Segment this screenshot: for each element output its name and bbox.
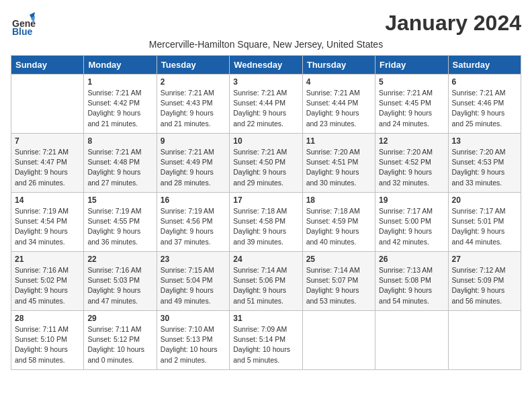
- sunset-text: Sunset: 5:13 PM: [161, 335, 213, 343]
- day-cell: 15Sunrise: 7:19 AMSunset: 4:55 PMDayligh…: [84, 193, 157, 252]
- svg-text:Blue: Blue: [12, 26, 33, 36]
- day-cell: 24Sunrise: 7:14 AMSunset: 5:06 PMDayligh…: [230, 252, 302, 311]
- weekday-header-monday: Monday: [84, 56, 157, 75]
- day-number: 26: [379, 255, 444, 264]
- sunrise-text: Sunrise: 7:21 AM: [233, 148, 287, 156]
- day-info: Sunrise: 7:21 AMSunset: 4:48 PMDaylight:…: [87, 147, 152, 188]
- day-number: 9: [161, 136, 226, 146]
- day-info: Sunrise: 7:21 AMSunset: 4:42 PMDaylight:…: [87, 88, 152, 129]
- daylight-text: Daylight: 9 hours and 26 minutes.: [15, 168, 68, 186]
- day-info: Sunrise: 7:20 AMSunset: 4:53 PMDaylight:…: [452, 147, 517, 188]
- day-info: Sunrise: 7:21 AMSunset: 4:44 PMDaylight:…: [306, 88, 371, 129]
- sunrise-text: Sunrise: 7:21 AM: [87, 89, 141, 97]
- sunrise-text: Sunrise: 7:09 AM: [233, 325, 287, 333]
- day-number: 3: [233, 77, 298, 87]
- day-number: 19: [379, 195, 444, 205]
- day-cell: 2Sunrise: 7:21 AMSunset: 4:43 PMDaylight…: [157, 75, 229, 134]
- day-number: 1: [87, 77, 152, 87]
- sunset-text: Sunset: 4:49 PM: [161, 158, 213, 166]
- daylight-text: Daylight: 9 hours and 51 minutes.: [233, 286, 286, 304]
- day-number: 21: [15, 255, 80, 264]
- sunset-text: Sunset: 4:42 PM: [87, 99, 140, 107]
- weekday-header-wednesday: Wednesday: [230, 56, 302, 75]
- day-number: 27: [452, 255, 517, 264]
- day-cell: 21Sunrise: 7:16 AMSunset: 5:02 PMDayligh…: [11, 252, 84, 311]
- day-info: Sunrise: 7:16 AMSunset: 5:02 PMDaylight:…: [15, 265, 80, 306]
- sunrise-text: Sunrise: 7:17 AM: [379, 207, 433, 215]
- day-info: Sunrise: 7:10 AMSunset: 5:13 PMDaylight:…: [161, 324, 226, 365]
- day-number: 29: [87, 314, 152, 323]
- daylight-text: Daylight: 9 hours and 34 minutes.: [15, 227, 68, 245]
- day-number: 28: [15, 314, 80, 323]
- day-cell: 10Sunrise: 7:21 AMSunset: 4:50 PMDayligh…: [230, 134, 302, 193]
- daylight-text: Daylight: 10 hours and 5 minutes.: [233, 345, 290, 363]
- sunset-text: Sunset: 4:46 PM: [452, 99, 504, 107]
- sunset-text: Sunset: 5:08 PM: [379, 276, 431, 284]
- day-number: 5: [379, 77, 444, 87]
- month-title: January 2024: [385, 11, 521, 36]
- day-cell: 5Sunrise: 7:21 AMSunset: 4:45 PMDaylight…: [375, 75, 448, 134]
- daylight-text: Daylight: 9 hours and 28 minutes.: [161, 168, 214, 186]
- sunset-text: Sunset: 4:44 PM: [306, 99, 359, 107]
- sunrise-text: Sunrise: 7:12 AM: [452, 266, 506, 274]
- day-cell: 16Sunrise: 7:19 AMSunset: 4:56 PMDayligh…: [157, 193, 229, 252]
- daylight-text: Daylight: 9 hours and 22 minutes.: [233, 109, 286, 127]
- sunrise-text: Sunrise: 7:11 AM: [87, 325, 141, 333]
- sunrise-text: Sunrise: 7:21 AM: [379, 89, 433, 97]
- day-number: 2: [161, 77, 226, 87]
- logo-icon: General Blue: [11, 11, 36, 36]
- day-cell: 3Sunrise: 7:21 AMSunset: 4:44 PMDaylight…: [230, 75, 302, 134]
- day-cell: 27Sunrise: 7:12 AMSunset: 5:09 PMDayligh…: [448, 252, 521, 311]
- daylight-text: Daylight: 9 hours and 29 minutes.: [233, 168, 286, 186]
- day-cell: 13Sunrise: 7:20 AMSunset: 4:53 PMDayligh…: [448, 134, 521, 193]
- sunset-text: Sunset: 4:48 PM: [87, 158, 140, 166]
- sunrise-text: Sunrise: 7:20 AM: [306, 148, 360, 156]
- day-cell: 28Sunrise: 7:11 AMSunset: 5:10 PMDayligh…: [11, 311, 84, 370]
- day-info: Sunrise: 7:21 AMSunset: 4:50 PMDaylight:…: [233, 147, 298, 188]
- daylight-text: Daylight: 9 hours and 42 minutes.: [379, 227, 432, 245]
- day-info: Sunrise: 7:20 AMSunset: 4:51 PMDaylight:…: [306, 147, 371, 188]
- day-cell: 1Sunrise: 7:21 AMSunset: 4:42 PMDaylight…: [84, 75, 157, 134]
- daylight-text: Daylight: 9 hours and 58 minutes.: [15, 345, 68, 363]
- day-number: 31: [233, 314, 298, 323]
- day-number: 30: [161, 314, 226, 323]
- daylight-text: Daylight: 9 hours and 45 minutes.: [15, 286, 68, 304]
- sunset-text: Sunset: 5:02 PM: [15, 276, 67, 284]
- sunset-text: Sunset: 5:01 PM: [452, 217, 504, 225]
- day-info: Sunrise: 7:18 AMSunset: 4:58 PMDaylight:…: [233, 206, 298, 247]
- daylight-text: Daylight: 9 hours and 53 minutes.: [306, 286, 359, 304]
- sunset-text: Sunset: 4:58 PM: [233, 217, 285, 225]
- day-number: 4: [306, 77, 371, 87]
- sunrise-text: Sunrise: 7:16 AM: [87, 266, 141, 274]
- day-info: Sunrise: 7:16 AMSunset: 5:03 PMDaylight:…: [87, 265, 152, 306]
- day-number: 15: [87, 195, 152, 205]
- daylight-text: Daylight: 9 hours and 30 minutes.: [306, 168, 359, 186]
- day-number: 18: [306, 195, 371, 205]
- sunrise-text: Sunrise: 7:19 AM: [161, 207, 214, 215]
- day-cell: [375, 311, 448, 370]
- day-cell: 25Sunrise: 7:14 AMSunset: 5:07 PMDayligh…: [302, 252, 375, 311]
- sunrise-text: Sunrise: 7:21 AM: [15, 148, 69, 156]
- logo: General Blue: [11, 11, 36, 36]
- sunrise-text: Sunrise: 7:21 AM: [233, 89, 287, 97]
- day-info: Sunrise: 7:11 AMSunset: 5:12 PMDaylight:…: [87, 324, 152, 365]
- sunrise-text: Sunrise: 7:19 AM: [15, 207, 69, 215]
- page-header: General Blue January 2024: [11, 11, 521, 36]
- day-number: 25: [306, 255, 371, 264]
- sunrise-text: Sunrise: 7:13 AM: [379, 266, 433, 274]
- day-cell: 23Sunrise: 7:15 AMSunset: 5:04 PMDayligh…: [157, 252, 229, 311]
- sunset-text: Sunset: 4:51 PM: [306, 158, 359, 166]
- day-cell: 26Sunrise: 7:13 AMSunset: 5:08 PMDayligh…: [375, 252, 448, 311]
- sunset-text: Sunset: 4:53 PM: [452, 158, 504, 166]
- day-cell: 4Sunrise: 7:21 AMSunset: 4:44 PMDaylight…: [302, 75, 375, 134]
- day-info: Sunrise: 7:20 AMSunset: 4:52 PMDaylight:…: [379, 147, 444, 188]
- day-cell: 31Sunrise: 7:09 AMSunset: 5:14 PMDayligh…: [230, 311, 302, 370]
- day-info: Sunrise: 7:21 AMSunset: 4:44 PMDaylight:…: [233, 88, 298, 129]
- daylight-text: Daylight: 10 hours and 2 minutes.: [161, 345, 218, 363]
- sunrise-text: Sunrise: 7:21 AM: [161, 89, 214, 97]
- day-info: Sunrise: 7:17 AMSunset: 5:00 PMDaylight:…: [379, 206, 444, 247]
- day-info: Sunrise: 7:21 AMSunset: 4:47 PMDaylight:…: [15, 147, 80, 188]
- sunrise-text: Sunrise: 7:11 AM: [15, 325, 69, 333]
- week-row-2: 7Sunrise: 7:21 AMSunset: 4:47 PMDaylight…: [11, 134, 521, 193]
- sunset-text: Sunset: 5:07 PM: [306, 276, 359, 284]
